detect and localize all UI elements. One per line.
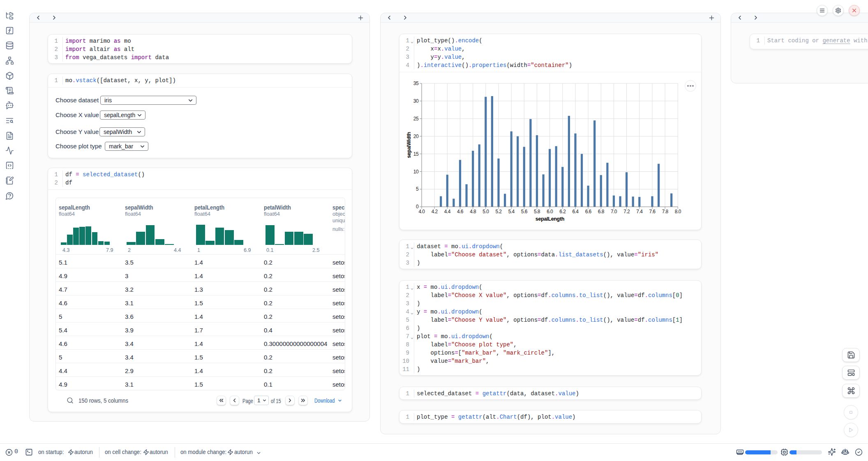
svg-text:8.0: 8.0 — [675, 209, 681, 214]
svg-text:5.6: 5.6 — [521, 209, 528, 214]
svg-text:30: 30 — [413, 98, 419, 104]
svg-text:5.0: 5.0 — [482, 209, 489, 214]
svg-text:7.2: 7.2 — [623, 209, 630, 214]
svg-text:4.8: 4.8 — [470, 209, 476, 214]
svg-text:25: 25 — [413, 116, 419, 122]
svg-text:6.6: 6.6 — [585, 209, 592, 214]
svg-text:5.2: 5.2 — [496, 209, 502, 214]
svg-text:sepalLength: sepalLength — [536, 216, 564, 222]
svg-text:5: 5 — [416, 186, 419, 192]
svg-text:20: 20 — [413, 134, 419, 139]
svg-text:7.8: 7.8 — [662, 209, 669, 214]
svg-text:4.2: 4.2 — [432, 209, 438, 214]
svg-text:10: 10 — [413, 169, 419, 175]
svg-text:7.6: 7.6 — [649, 209, 656, 214]
svg-text:6.2: 6.2 — [559, 209, 566, 214]
svg-text:4.6: 4.6 — [457, 209, 464, 214]
svg-text:35: 35 — [413, 81, 419, 86]
svg-text:sepalWidth: sepalWidth — [406, 132, 412, 158]
svg-text:5.8: 5.8 — [534, 209, 540, 214]
svg-text:6.8: 6.8 — [598, 209, 605, 214]
svg-text:15: 15 — [413, 151, 419, 157]
svg-text:6.0: 6.0 — [547, 209, 553, 214]
svg-text:7.0: 7.0 — [611, 209, 617, 214]
svg-text:4.0: 4.0 — [419, 209, 425, 214]
svg-text:7.4: 7.4 — [636, 209, 643, 214]
svg-text:4.4: 4.4 — [444, 209, 451, 214]
svg-text:5.4: 5.4 — [508, 209, 515, 214]
svg-text:6.4: 6.4 — [573, 209, 579, 214]
